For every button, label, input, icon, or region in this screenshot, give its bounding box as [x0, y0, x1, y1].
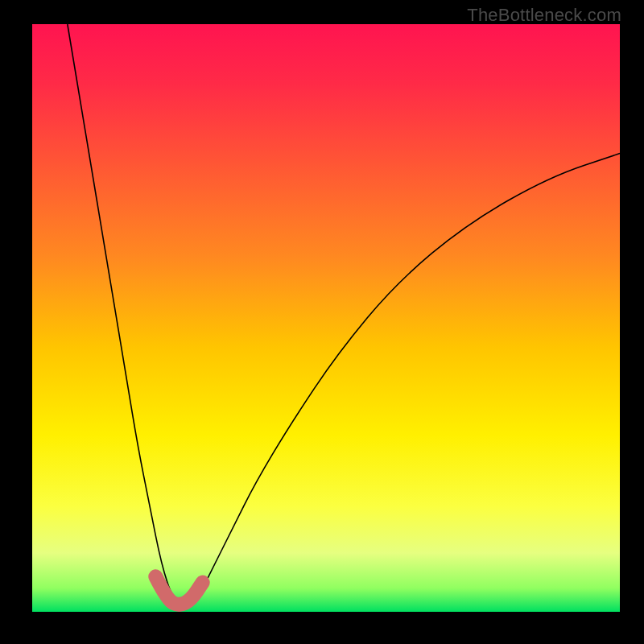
- curve-svg: [32, 24, 620, 612]
- minimum-highlight-line: [155, 576, 202, 605]
- bottleneck-curve-line: [68, 24, 620, 605]
- plot-area: [32, 24, 620, 612]
- chart-frame: TheBottleneck.com: [0, 0, 644, 644]
- attribution-text: TheBottleneck.com: [467, 5, 621, 26]
